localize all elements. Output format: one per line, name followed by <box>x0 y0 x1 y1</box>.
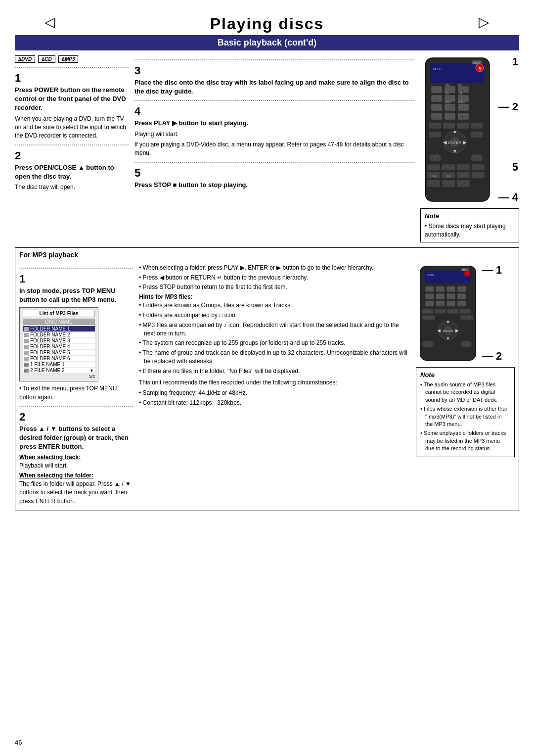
col-middle: 3 Place the disc onto the disc tray with… <box>134 55 414 242</box>
svg-text:SPC: SPC <box>459 302 464 305</box>
svg-text:CM SKP: CM SKP <box>437 311 444 313</box>
svg-text:7: 7 <box>435 106 437 110</box>
right-step-label-4: — 4 <box>498 191 518 204</box>
mp3-screen-row-4: □ FOLDER NAME 5 <box>23 350 95 355</box>
right-step-label-5: 5 <box>498 161 518 174</box>
svg-text:PQRS: PQRS <box>458 101 466 104</box>
svg-text:▼: ▼ <box>452 148 457 154</box>
note-title-top: Note <box>425 212 515 221</box>
svg-text:9: 9 <box>462 106 465 110</box>
svg-text:▲: ▲ <box>452 129 457 134</box>
svg-text:1: 1 <box>429 287 431 291</box>
svg-text:TOP MENU: TOP MENU <box>462 317 472 319</box>
svg-text:0: 0 <box>449 115 451 119</box>
step-2-text: The disc tray will open. <box>15 183 129 191</box>
sep-5 <box>134 162 414 163</box>
bottom-layout: 1 In stop mode, press TOP MENU button to… <box>19 264 515 508</box>
rec-item-1: • Constant bit rate: 112kbps - 320kbps. <box>139 399 410 407</box>
step-5-num: 5 <box>134 167 414 180</box>
svg-text:TOP MENU: TOP MENU <box>470 134 484 137</box>
hint-5: • If there are no files in the folder, "… <box>139 367 410 376</box>
svg-text:9: 9 <box>429 302 431 305</box>
mp3-screen-row-5: □ FOLDER NAME 6 <box>23 356 95 361</box>
svg-text:6: 6 <box>439 295 441 298</box>
svg-text:▶: ▶ <box>455 328 459 333</box>
section-header: Basic playback (cont'd) <box>15 35 519 50</box>
step-4-num: 4 <box>134 105 414 118</box>
mp3-step-2-bold: Press ▲ / ▼ buttons to select a desired … <box>19 425 133 452</box>
svg-text:PAUSE: PAUSE <box>445 183 453 186</box>
when-selecting-track-head: When selecting track: <box>19 454 133 461</box>
mp3-screen-row-1: □ FOLDER NAME 2 <box>23 332 95 337</box>
right-step-label-2: — 2 <box>498 100 518 113</box>
mp3-screen-note: • To exit the menu, press TOP MENU butto… <box>19 384 133 402</box>
svg-text:ZOOM: ZOOM <box>459 125 467 128</box>
hint-0: • Folders are known as Groups, files are… <box>139 301 410 310</box>
svg-text:VCR+: VCR+ <box>427 273 435 276</box>
folder-bullet-1: • Press ◀ button or RETURN ↵ button to t… <box>139 274 410 282</box>
rec-item-0: • Sampling frequency: 44.1kHz or 48kHz. <box>139 389 410 397</box>
recommends-text: This unit recommends the files recorded … <box>139 378 410 387</box>
step-5-bold: Press STOP ■ button to stop playing. <box>134 181 414 189</box>
bottom-right: VCR+ OPEN 1 2 3 <box>416 264 515 508</box>
svg-text:▼: ▼ <box>446 336 450 341</box>
svg-text:◀: ◀ <box>443 140 447 145</box>
svg-text:7: 7 <box>450 295 452 298</box>
mp3-screen-title: List of MP3 Files <box>23 310 95 317</box>
mp3-screen-page: 1/2 <box>23 374 95 379</box>
svg-text:OPEN: OPEN <box>462 269 467 271</box>
hints-title: Hints for MP3 files: <box>139 293 410 300</box>
svg-text:OPEN: OPEN <box>473 61 481 64</box>
remote-area-top: VCR+ ⏻ OPEN 1 <box>420 55 519 242</box>
mp3-screen-row-3: □ FOLDER NAME 4 <box>23 344 95 349</box>
svg-text:0: 0 <box>450 302 452 305</box>
mp3-section: For MP3 playback 1 In stop mode, press T… <box>15 247 519 511</box>
page-title: Playing discs <box>15 10 519 33</box>
remote-svg-bottom: VCR+ OPEN 1 2 3 <box>416 264 480 363</box>
svg-text:SETUP: SETUP <box>463 343 469 346</box>
svg-text:MNO: MNO <box>445 101 451 104</box>
svg-text:1: 1 <box>435 88 437 93</box>
mp3-right-label-1: — 1 <box>482 264 502 277</box>
note-text-top: • Some discs may start playing automatic… <box>425 222 515 239</box>
note-box-top: Note • Some discs may start playing auto… <box>420 208 519 242</box>
bottom-left: 1 In stop mode, press TOP MENU button to… <box>19 264 133 508</box>
step-1-text: When you are playing a DVD, turn the TV … <box>15 115 129 141</box>
mp3-note-0: • The audio source of MP3 files cannot b… <box>420 381 510 404</box>
svg-text:▲: ▲ <box>446 319 450 324</box>
bottom-middle: • When selecting a folder, press PLAY ▶,… <box>139 264 410 508</box>
svg-text:SPC: SPC <box>460 116 467 119</box>
svg-text:3: 3 <box>450 287 452 291</box>
mp3-step-1-num: 1 <box>19 273 133 285</box>
svg-text:|◀◀: |◀◀ <box>431 174 436 177</box>
svg-text:5: 5 <box>429 295 431 298</box>
svg-text:REPEAT: REPEAT <box>424 311 431 313</box>
svg-text:VCR+: VCR+ <box>433 67 442 71</box>
svg-text:DISPLAY: DISPLAY <box>472 125 482 128</box>
folder-bullet-2: • Press STOP button to return to the fir… <box>139 283 410 291</box>
sep-2 <box>15 144 129 145</box>
mp3-section-title: For MP3 playback <box>19 251 515 259</box>
col-left: ∆DVD ∆CD ∆MP3 1 Press POWER button on th… <box>15 55 129 242</box>
svg-text:CLR: CLR <box>433 116 439 119</box>
step-1-num: 1 <box>15 72 129 85</box>
cd-icon: ∆CD <box>38 55 55 63</box>
page-number: 46 <box>15 739 22 746</box>
mp3-step-2-num: 2 <box>19 411 133 424</box>
step-2-bold: Press OPEN/CLOSE ▲ button to open the di… <box>15 163 129 181</box>
mp3-screen-row-6: ♪ 1 FILE NAME 1 <box>23 362 95 367</box>
svg-text:RETURN: RETURN <box>424 343 432 346</box>
right-step-label-1: 1 <box>498 55 518 68</box>
step-3-bold: Place the disc onto the disc tray with i… <box>134 78 414 96</box>
hint-2: • MP3 files are accompanied by ♪ icon. R… <box>139 321 410 338</box>
step-4-bold: Press PLAY ▶ button to start playing. <box>134 119 414 128</box>
mp3-screen-row-2: □ FOLDER NAME 3 <box>23 338 95 343</box>
svg-text:◀◀: ◀◀ <box>446 174 450 177</box>
svg-text:REV: REV <box>431 183 437 186</box>
mp3-screen-row-7: ♪ 2 FILE NAME 2 ▼ <box>23 368 95 373</box>
svg-text:◀: ◀ <box>437 328 441 333</box>
step-3-num: 3 <box>134 64 414 77</box>
svg-text:8: 8 <box>449 106 451 110</box>
step-1-bold: Press POWER button on the remote control… <box>15 86 129 113</box>
when-selecting-track-text: Playback will start. <box>19 462 133 470</box>
